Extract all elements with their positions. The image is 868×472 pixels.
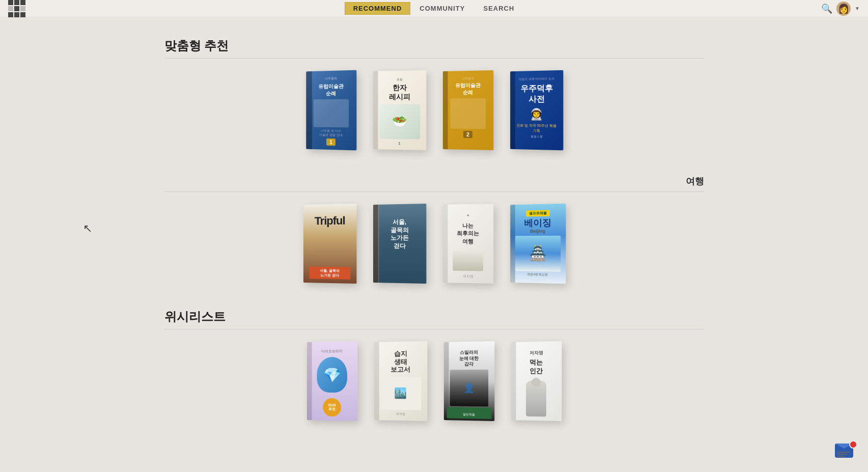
main-content: 맞춤형 추천 나우종의 유럽미술관순례 나우종 외 다수미술관 관람 안내 1 bbox=[154, 17, 714, 472]
book-info-2-4: 개정4판 최신판 bbox=[527, 272, 548, 277]
book-cover-3-2: 습지생태보고서 🏙️ 저자명 bbox=[374, 341, 427, 421]
book-inner-2-1: Tripful 서울, 골목의노가든 걷다 bbox=[303, 204, 356, 284]
section-wishlist: 위시리스트 다이오보라이 💎 2020추천 bbox=[164, 309, 704, 421]
book-icon-3-1: 💎 bbox=[323, 366, 341, 383]
avatar[interactable]: 👩 bbox=[836, 2, 851, 16]
book-title-2-4: 베이징 bbox=[524, 218, 551, 229]
book-cover-1-2: 초등 한자레시피 🥗 1 bbox=[373, 70, 426, 150]
book-badge-2-1: 서울, 골목의노가든 걷다 bbox=[309, 266, 350, 279]
book-item-2-1[interactable]: Tripful 서울, 골목의노가든 걷다 bbox=[303, 204, 356, 283]
book-img-2-4: 🏯 bbox=[515, 236, 560, 272]
section-header-2: 여행 bbox=[164, 175, 704, 187]
book-publisher-1-4: 봄봄스쿨 bbox=[530, 134, 542, 138]
book-vol-1-3: 2 bbox=[463, 131, 472, 138]
book-title-1-1: 유럽미술관순례 bbox=[318, 82, 344, 97]
book-item-3-2[interactable]: 습지생태보고서 🏙️ 저자명 bbox=[374, 342, 427, 421]
book-icon-3-2: 🏙️ bbox=[394, 387, 407, 399]
search-icon-button[interactable]: 🔍 bbox=[821, 3, 832, 14]
nav-recommend[interactable]: RECOMMEND bbox=[345, 2, 411, 15]
book-inner-1-2: 초등 한자레시피 🥗 1 bbox=[373, 70, 426, 150]
book-title-1-3: 유럽미술관순례 bbox=[455, 81, 481, 96]
navbar: RECOMMEND COMMUNITY SEARCH 🔍 👩 ▼ bbox=[0, 0, 868, 17]
book-item-2-4[interactable]: 셀프트래블 베이징 Beijing 🏯 개정4판 최신판 bbox=[510, 204, 566, 283]
book-inner-3-4: 저자명 먹는인간 bbox=[511, 341, 562, 421]
mail-lines bbox=[835, 452, 853, 457]
book-crystal-3-1: 💎 bbox=[317, 357, 347, 393]
section-title-1: 맞춤형 추천 bbox=[164, 38, 229, 54]
book-cover-3-1: 다이오보라이 💎 2020추천 bbox=[307, 341, 357, 421]
section-title-3: 위시리스트 bbox=[164, 309, 226, 325]
book-vol-1-1: 1 bbox=[326, 138, 335, 146]
book-img-3-2: 🏙️ bbox=[380, 377, 421, 410]
book-inner-2-3: ✦ 나는최후의는여행 저자명 bbox=[442, 204, 493, 284]
book-inner-2-4: 셀프트래블 베이징 Beijing 🏯 개정4판 최신판 bbox=[510, 204, 566, 284]
book-series-2-4: 셀프트래블 bbox=[525, 210, 549, 217]
nav-search[interactable]: SEARCH bbox=[474, 2, 523, 15]
book-title-3-3: 스밀라의눈에 대한감각 bbox=[459, 350, 479, 368]
section-divider-2 bbox=[164, 191, 704, 192]
book-dot-2-3: ✦ bbox=[466, 213, 469, 218]
book-cover-2-1: Tripful 서울, 골목의노가든 걷다 bbox=[303, 204, 356, 284]
book-item-1-2[interactable]: 초등 한자레시피 🥗 1 bbox=[373, 71, 426, 150]
book-spoon-3-4 bbox=[526, 380, 546, 417]
book-img-3-3: 👤 bbox=[450, 370, 489, 407]
book-author-3-4: 저자명 bbox=[529, 350, 543, 356]
book-image-1-3 bbox=[450, 98, 486, 129]
section-header-3: 위시리스트 bbox=[164, 309, 704, 325]
book-info-3-2: 저자명 bbox=[396, 412, 405, 417]
book-inner-3-2: 습지생태보고서 🏙️ 저자명 bbox=[374, 341, 427, 421]
book-icon-2-4: 🏯 bbox=[528, 245, 546, 262]
section-travel: 여행 Tripful 서울, 골목의노가든 걷다 bbox=[164, 175, 704, 283]
book-inner-3-3: 스밀라의눈에 대한감각 👤 피터 회 열린책들 bbox=[444, 341, 494, 421]
book-series-1-4: 어린이 과학 아카데미 도서 bbox=[518, 76, 554, 81]
book-subtitle-2-4: Beijing bbox=[530, 229, 545, 234]
book-title-3-2: 습지생태보고서 bbox=[390, 350, 410, 374]
book-inner-1-3: 나우종의 유럽미술관순례 2 bbox=[442, 70, 493, 150]
book-author-1-3: 나우종의 bbox=[462, 77, 474, 81]
book-cover-1-1: 나우종의 유럽미술관순례 나우종 외 다수미술관 관람 안내 1 bbox=[306, 70, 356, 151]
book-item-2-3[interactable]: ✦ 나는최후의는여행 저자명 bbox=[442, 204, 493, 283]
book-title-2-3: 나는최후의는여행 bbox=[457, 222, 479, 245]
book-info-1-1: 나우종 외 다수미술관 관람 안내 bbox=[319, 129, 342, 137]
mail-fab[interactable] bbox=[830, 439, 858, 462]
book-title-1-2: 한자레시피 bbox=[388, 83, 410, 102]
avatar-face: 👩 bbox=[838, 3, 849, 14]
book-image-placeholder-1-1 bbox=[313, 99, 348, 128]
mail-icon-wrap bbox=[835, 443, 853, 458]
book-spoon-head bbox=[531, 378, 541, 387]
book-cover-2-3: ✦ 나는최후의는여행 저자명 bbox=[442, 204, 493, 284]
book-publisher-3-3: 열린책들 bbox=[447, 407, 492, 419]
book-badge-1-4: 진화 및 작곡 50주년 특별 기획 bbox=[513, 123, 559, 133]
book-item-1-1[interactable]: 나우종의 유럽미술관순례 나우종 외 다수미술관 관람 안내 1 bbox=[305, 71, 356, 150]
book-title-3-4: 먹는인간 bbox=[529, 358, 543, 376]
book-title-1-4: 우주덕후사전 bbox=[520, 83, 553, 104]
book-item-1-3[interactable]: 나우종의 유럽미술관순례 2 bbox=[442, 71, 493, 150]
book-inner-1-4: 어린이 과학 아카데미 도서 우주덕후사전 👨‍🚀 진화 및 작곡 50주년 특… bbox=[510, 70, 563, 151]
mail-line-2 bbox=[837, 454, 847, 455]
book-grid-2: Tripful 서울, 골목의노가든 걷다 서울,골목의노가든걷다 bbox=[164, 204, 704, 283]
book-item-3-1[interactable]: 다이오보라이 💎 2020추천 bbox=[306, 342, 357, 421]
book-cover-3-4: 저자명 먹는인간 bbox=[511, 341, 562, 421]
book-badge-3-1: 2020추천 bbox=[323, 398, 341, 417]
book-item-1-4[interactable]: 어린이 과학 아카데미 도서 우주덕후사전 👨‍🚀 진화 및 작곡 50주년 특… bbox=[510, 71, 563, 150]
book-cover-3-3: 스밀라의눈에 대한감각 👤 피터 회 열린책들 bbox=[444, 341, 494, 421]
user-dropdown-arrow[interactable]: ▼ bbox=[855, 6, 860, 11]
book-inner-2-2: 서울,골목의노가든걷다 bbox=[373, 204, 426, 284]
book-item-2-2[interactable]: 서울,골목의노가든걷다 bbox=[373, 204, 426, 283]
book-cover-1-3: 나우종의 유럽미술관순례 2 bbox=[442, 70, 493, 150]
book-inner-3-1: 다이오보라이 💎 2020추천 bbox=[307, 341, 357, 421]
book-item-3-4[interactable]: 저자명 먹는인간 bbox=[511, 342, 562, 421]
logo[interactable] bbox=[8, 0, 25, 17]
book-top-1-2: 초등 bbox=[396, 78, 402, 82]
book-item-3-3[interactable]: 스밀라의눈에 대한감각 👤 피터 회 열린책들 bbox=[443, 342, 494, 421]
nav-community[interactable]: COMMUNITY bbox=[410, 2, 474, 15]
book-cover-2-4: 셀프트래블 베이징 Beijing 🏯 개정4판 최신판 bbox=[510, 204, 566, 284]
book-publisher-label-3-3: 열린책들 bbox=[463, 413, 475, 416]
mail-line-3 bbox=[837, 456, 845, 457]
section-subtitle-2: 여행 bbox=[686, 175, 704, 187]
book-inner-1-1: 나우종의 유럽미술관순례 나우종 외 다수미술관 관람 안내 1 bbox=[306, 70, 356, 151]
book-title-2-1: Tripful bbox=[303, 214, 356, 228]
section-custom-recommend: 맞춤형 추천 나우종의 유럽미술관순례 나우종 외 다수미술관 관람 안내 1 bbox=[164, 38, 704, 150]
book-grid-3: 다이오보라이 💎 2020추천 습지생태보고서 bbox=[164, 342, 704, 421]
book-shadow-3-3: 👤 bbox=[463, 382, 474, 394]
